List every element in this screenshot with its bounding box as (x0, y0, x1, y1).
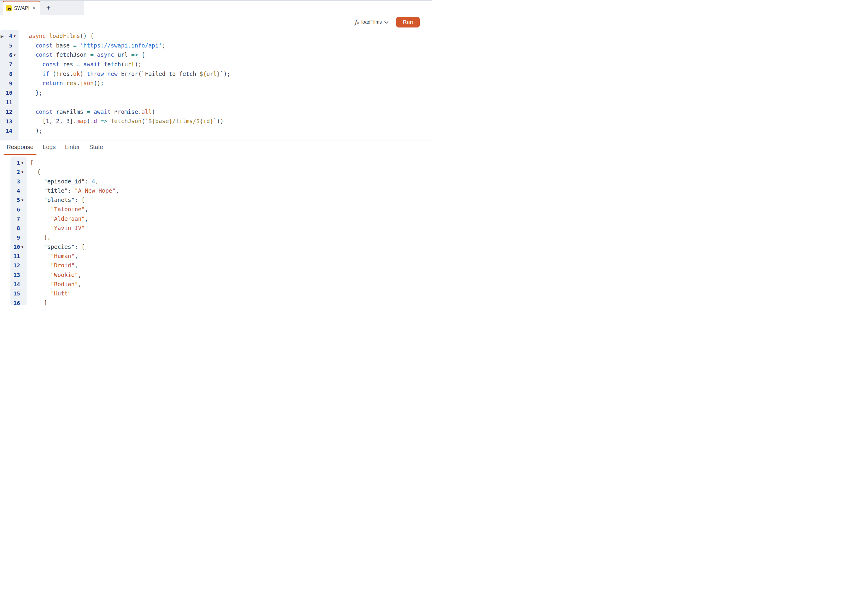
fold-toggle-icon[interactable]: ▾ (20, 245, 25, 249)
code-line-8[interactable]: 8 if (!res.ok) throw new Error(`Failed t… (0, 69, 432, 79)
code-text: const rawFilms = await Promise.all( (19, 107, 155, 117)
line-number: 8 (17, 225, 20, 231)
response-line-15[interactable]: 15 "Hutt" (0, 289, 432, 298)
tab-swapi[interactable]: JS SWAPI × (3, 1, 40, 15)
code-text: async loadFilms() { (19, 31, 94, 41)
line-number: 9 (9, 80, 12, 86)
line-number: 4 (17, 188, 20, 194)
response-line-14[interactable]: 14 "Rodian", (0, 280, 432, 289)
response-text: { (27, 167, 40, 176)
fold-toggle-icon[interactable]: ▾ (12, 53, 17, 57)
response-line-7[interactable]: 7 "Alderaan", (0, 214, 432, 223)
response-line-5[interactable]: 5▾ "planets": [ (0, 195, 432, 204)
code-text: ); (19, 126, 42, 136)
selected-function-label: loadFilms (361, 19, 382, 25)
code-line-7[interactable]: 7 const res = await fetch(url); (0, 60, 432, 69)
output-tab-linter[interactable]: Linter (62, 140, 83, 155)
gutter-cell: 16 (11, 298, 27, 307)
line-number: 5 (9, 42, 12, 49)
code-line-9[interactable]: 9 return res.json(); (0, 79, 432, 88)
editor-lines: ▶4▾async loadFilms() {5 const base = 'ht… (0, 31, 432, 136)
response-text: ], (27, 233, 51, 242)
response-text: ] (27, 298, 47, 307)
play-line-icon[interactable]: ▶ (1, 34, 3, 38)
line-number: 3 (17, 178, 20, 185)
code-text: const res = await fetch(url); (19, 60, 141, 69)
response-text: "Human", (27, 251, 78, 261)
response-line-3[interactable]: 3 "episode_id": 4, (0, 177, 432, 186)
line-number: 10 (13, 244, 20, 250)
response-line-9[interactable]: 9 ], (0, 233, 432, 242)
javascript-file-icon: JS (6, 5, 12, 11)
response-line-4[interactable]: 4 "title": "A New Hope", (0, 186, 432, 195)
code-line-12[interactable]: 12 const rawFilms = await Promise.all( (0, 107, 432, 117)
gutter-cell: 13 (11, 270, 27, 280)
response-line-1[interactable]: 1▾[ (0, 158, 432, 167)
line-number: 10 (6, 90, 12, 96)
code-line-13[interactable]: 13 [1, 2, 3].map(id => fetchJson(`${base… (0, 116, 432, 126)
response-line-16[interactable]: 16 ] (0, 298, 432, 307)
response-line-13[interactable]: 13 "Wookie", (0, 270, 432, 280)
gutter-cell: 15 (11, 289, 27, 298)
fold-toggle-icon[interactable]: ▾ (20, 161, 25, 165)
code-text: const base = 'https://swapi.info/api'; (19, 41, 165, 50)
response-line-2[interactable]: 2▾ { (0, 167, 432, 176)
fold-toggle-icon[interactable]: ▾ (12, 34, 17, 38)
line-number: 1 (17, 160, 20, 166)
close-tab-icon[interactable]: × (33, 6, 36, 11)
gutter-cell: 11 (11, 251, 27, 261)
response-text: "planets": [ (27, 195, 85, 204)
code-line-11[interactable]: 11 (0, 98, 432, 107)
output-tab-state[interactable]: State (86, 140, 106, 155)
line-number: 4 (9, 33, 12, 39)
gutter-cell: 6 (11, 204, 27, 214)
response-lines: 1▾[2▾ {3 "episode_id": 4,4 "title": "A N… (0, 158, 432, 308)
response-text: "episode_id": 4, (27, 177, 99, 186)
response-line-11[interactable]: 11 "Human", (0, 251, 432, 261)
response-text: "species": [ (27, 242, 85, 251)
code-line-14[interactable]: 14 ); (0, 126, 432, 136)
response-line-10[interactable]: 10▾ "species": [ (0, 242, 432, 251)
line-number: 13 (6, 118, 12, 124)
fold-toggle-icon[interactable]: ▾ (20, 170, 25, 174)
toolbar: ƒx loadFilms Run (0, 15, 432, 29)
line-number: 7 (9, 61, 12, 68)
function-selector-dropdown[interactable]: ƒx loadFilms (355, 19, 389, 25)
response-panel[interactable]: 1▾[2▾ {3 "episode_id": 4,4 "title": "A N… (0, 155, 432, 308)
response-text: "Tatooine", (27, 204, 88, 214)
response-line-6[interactable]: 6 "Tatooine", (0, 204, 432, 214)
code-line-5[interactable]: 5 const base = 'https://swapi.info/api'; (0, 41, 432, 50)
window-top-border (0, 0, 432, 1)
code-line-4[interactable]: ▶4▾async loadFilms() { (0, 31, 432, 41)
gutter-cell: 2▾ (11, 167, 27, 176)
line-number: 5 (17, 197, 20, 203)
new-tab-button[interactable]: + (44, 0, 53, 15)
response-line-12[interactable]: 12 "Droid", (0, 261, 432, 270)
gutter-cell: 14 (11, 280, 27, 289)
output-tab-response[interactable]: Response (3, 140, 36, 155)
line-number: 7 (17, 216, 20, 222)
run-button[interactable]: Run (396, 17, 420, 27)
gutter-cell: 4 (11, 186, 27, 195)
fold-toggle-icon[interactable]: ▾ (20, 198, 25, 202)
line-number: 9 (17, 234, 20, 241)
gutter-cell: 5▾ (11, 195, 27, 204)
code-editor[interactable]: ▶4▾async loadFilms() {5 const base = 'ht… (0, 30, 432, 140)
code-line-6[interactable]: 6▾ const fetchJson = async url => { (0, 50, 432, 60)
line-number: 16 (13, 300, 20, 306)
line-number: 11 (13, 253, 20, 259)
output-tab-logs[interactable]: Logs (40, 140, 58, 155)
gutter-cell: 5 (0, 41, 19, 50)
response-text: [ (27, 158, 33, 167)
line-number: 12 (13, 262, 20, 269)
code-line-10[interactable]: 10 }; (0, 88, 432, 98)
function-icon: ƒx (355, 19, 359, 25)
response-text: "Alderaan", (27, 214, 88, 223)
chevron-down-icon (384, 21, 389, 24)
gutter-cell: 10▾ (11, 242, 27, 251)
response-line-8[interactable]: 8 "Yavin IV" (0, 223, 432, 233)
line-number: 11 (6, 99, 12, 105)
response-text: "Hutt" (27, 289, 71, 298)
code-text: }; (19, 88, 42, 98)
output-tab-bar: ResponseLogsLinterState (0, 140, 432, 155)
